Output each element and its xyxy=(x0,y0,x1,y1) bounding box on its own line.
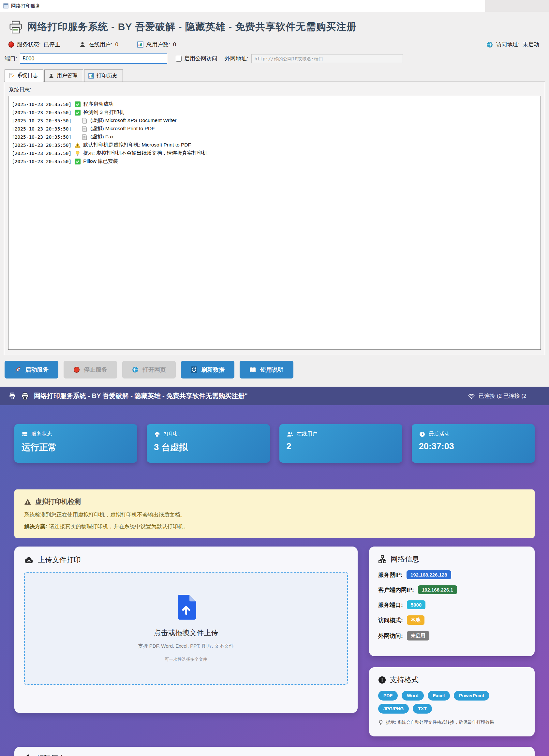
service-port-badge: 5000 xyxy=(407,600,425,609)
card-printers: 打印机 3 台虚拟 xyxy=(147,424,270,463)
client-ip-badge: 192.168.226.1 xyxy=(418,585,457,594)
log-message: (虚拟) Microsoft Print to PDF xyxy=(90,125,155,132)
tab-label: 打印历史 xyxy=(97,72,117,79)
bar-chart-icon xyxy=(88,73,94,79)
tab-user-management[interactable]: 用户管理 xyxy=(44,69,83,82)
dropzone-subtitle: 支持 PDF, Word, Excel, PPT, 图片, 文本文件 xyxy=(138,643,234,649)
tab-print-history[interactable]: 打印历史 xyxy=(84,69,123,82)
public-access-checkbox[interactable] xyxy=(176,56,182,62)
log-message: (虚拟) Fax xyxy=(90,133,114,140)
log-timestamp: [2025-10-23 20:35:50] xyxy=(12,102,71,107)
card-online-users: 在线用户 2 xyxy=(279,424,402,463)
card-label: 服务状态 xyxy=(31,431,52,438)
warning-triangle-icon xyxy=(75,142,81,148)
service-status-label: 服务状态: xyxy=(17,41,41,48)
app-body: 网络打印服务系统 - BY 吾爱破解 - 隐藏英雄 - 免费共享软件无需购买注册… xyxy=(0,12,549,387)
button-label: 启动服务 xyxy=(25,366,49,374)
format-tip: 提示: 系统会自动处理文件格式转换，确保最佳打印效果 xyxy=(378,719,526,725)
clock-icon xyxy=(419,431,425,438)
network-panel-title: 网络信息 xyxy=(390,554,419,564)
external-address-input[interactable] xyxy=(252,54,403,63)
card-last-activity: 最后活动 20:37:03 xyxy=(412,424,535,463)
log-entry: [2025-10-23 20:35:50] (虚拟) Microsoft Pri… xyxy=(12,125,537,133)
log-entry: [2025-10-23 20:35:50] Pillow 库已安装 xyxy=(12,157,537,165)
format-pill: Excel xyxy=(428,691,450,701)
server-icon xyxy=(22,431,28,438)
server-ip-badge: 192.168.226.128 xyxy=(406,570,451,579)
log-timestamp: [2025-10-23 20:35:50] xyxy=(12,118,71,123)
warning-solution-label: 解决方案: xyxy=(24,523,48,529)
log-message: 程序启动成功 xyxy=(83,101,114,108)
web-body: 服务状态 运行正常 打印机 3 台虚拟 在线用户 2 xyxy=(0,424,549,756)
lightbulb-icon xyxy=(378,720,383,725)
success-check-icon xyxy=(75,110,81,116)
access-address-status: 访问地址: 未启动 xyxy=(486,41,539,48)
tab-system-log[interactable]: 系统日志 xyxy=(5,69,43,82)
network-info-panel: 网络信息 服务器IP: 192.168.226.128 客户端内网IP: 192… xyxy=(369,547,535,656)
port-row: 端口: 启用公网访问 外网地址: xyxy=(4,54,545,64)
access-mode-badge: 本地 xyxy=(407,615,424,625)
card-label: 打印机 xyxy=(164,431,179,438)
log-textarea[interactable]: [2025-10-23 20:35:50] 程序启动成功 [2025-10-23… xyxy=(8,96,541,350)
info-icon xyxy=(378,676,386,684)
log-entry: [2025-10-23 20:35:50] 程序启动成功 xyxy=(12,100,537,108)
service-status: 服务状态: 已停止 xyxy=(8,41,60,48)
window-titlebar: 网络打印服务 xyxy=(0,0,549,12)
virtual-printer-warning: 虚拟打印机检测 系统检测到您正在使用虚拟打印机，虚拟打印机不会输出纸质文档。 解… xyxy=(14,489,535,538)
printer-icon xyxy=(8,392,16,400)
format-pill: JPG/PNG xyxy=(378,704,409,714)
online-users-value: 0 xyxy=(115,41,118,48)
refresh-data-button[interactable]: 刷新数据 xyxy=(181,361,235,378)
card-label: 最后活动 xyxy=(429,431,450,438)
tab-label: 用户管理 xyxy=(57,72,78,79)
format-pill: TXT xyxy=(413,704,432,714)
dropzone-title: 点击或拖拽文件上传 xyxy=(154,628,219,638)
network-row: 服务端口: 5000 xyxy=(378,600,526,609)
total-users-value: 0 xyxy=(173,41,176,48)
bar-chart-icon xyxy=(137,41,144,48)
format-pill: Word xyxy=(402,691,424,701)
system-log-panel: 系统日志: [2025-10-23 20:35:50] 程序启动成功 [2025… xyxy=(4,82,545,355)
notes-icon xyxy=(9,73,14,78)
lightbulb-icon xyxy=(75,150,81,156)
warning-text: 系统检测到您正在使用虚拟打印机，虚拟打印机不会输出纸质文档。 xyxy=(24,511,525,518)
warning-triangle-icon xyxy=(24,499,31,505)
log-timestamp: [2025-10-23 20:35:50] xyxy=(12,143,71,148)
action-buttons: 启动服务 停止服务 打开网页 刷新数据 使用说明 xyxy=(4,361,545,378)
card-service-status: 服务状态 运行正常 xyxy=(14,424,137,463)
port-input[interactable] xyxy=(20,54,167,64)
stop-service-button[interactable]: 停止服务 xyxy=(64,361,117,378)
history-panel-title: 打印历史 xyxy=(37,753,65,756)
network-row-label: 服务端口: xyxy=(378,601,403,609)
log-message: 检测到 3 台打印机 xyxy=(83,109,124,116)
log-entry: [2025-10-23 20:35:50] 检测到 3 台打印机 xyxy=(12,108,537,116)
warning-solution: 解决方案: 请连接真实的物理打印机，并在系统中设置为默认打印机。 xyxy=(24,523,525,530)
file-dropzone[interactable]: 点击或拖拽文件上传 支持 PDF, Word, Excel, PPT, 图片, … xyxy=(24,572,348,685)
tab-strip: 系统日志 用户管理 打印历史 xyxy=(4,69,545,82)
log-timestamp: [2025-10-23 20:35:50] xyxy=(12,134,71,140)
card-value: 20:37:03 xyxy=(419,441,527,452)
network-row: 客户端内网IP: 192.168.226.1 xyxy=(378,585,526,594)
online-users-label: 在线用户: xyxy=(89,41,113,48)
log-message: (虚拟) Microsoft XPS Document Writer xyxy=(90,117,176,124)
log-entry: [2025-10-23 20:35:50] (虚拟) Fax xyxy=(12,133,537,141)
globe-icon xyxy=(486,41,493,48)
open-webpage-button[interactable]: 打开网页 xyxy=(122,361,176,378)
history-icon xyxy=(24,754,33,756)
total-users-label: 总用户数: xyxy=(146,41,170,48)
warning-solution-text: 请连接真实的物理打印机，并在系统中设置为默认打印机。 xyxy=(49,523,189,529)
dropzone-note: 可一次性选择多个文件 xyxy=(165,656,207,662)
app-header: 网络打印服务系统 - BY 吾爱破解 - 隐藏英雄 - 免费共享软件无需购买注册 xyxy=(4,12,545,34)
help-button[interactable]: 使用说明 xyxy=(240,361,293,378)
web-page-title: 网络打印服务系统 - BY 吾爱破解 - 隐藏英雄 - 免费共享软件无需购买注册… xyxy=(34,392,463,400)
tab-label: 系统日志 xyxy=(17,72,38,79)
start-service-button[interactable]: 启动服务 xyxy=(5,361,58,378)
print-history-panel: 打印历史 xyxy=(14,747,535,756)
warning-title: 虚拟打印机检测 xyxy=(35,497,81,506)
card-value: 2 xyxy=(286,441,395,452)
log-area-label: 系统日志: xyxy=(9,86,541,93)
rocket-icon xyxy=(14,366,21,373)
card-value: 运行正常 xyxy=(22,441,130,453)
stopped-status-icon xyxy=(8,41,14,48)
log-message: 提示: 虚拟打印机不会输出纸质文档，请连接真实打印机 xyxy=(83,150,207,157)
